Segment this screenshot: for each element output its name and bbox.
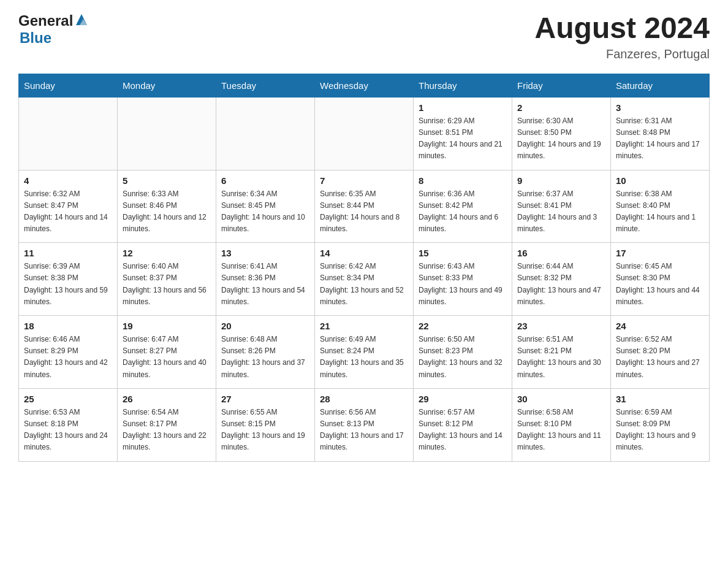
day-number: 15 (419, 248, 507, 258)
day-number: 11 (24, 248, 112, 258)
calendar-cell: 4Sunrise: 6:32 AMSunset: 8:47 PMDaylight… (19, 170, 118, 243)
day-number: 28 (320, 394, 408, 404)
day-number: 3 (616, 102, 704, 113)
calendar-cell: 16Sunrise: 6:44 AMSunset: 8:32 PMDayligh… (512, 243, 611, 316)
day-number: 27 (221, 394, 309, 404)
day-info: Sunrise: 6:59 AMSunset: 8:09 PMDaylight:… (616, 407, 704, 454)
day-info: Sunrise: 6:29 AMSunset: 8:51 PMDaylight:… (419, 115, 507, 163)
weekday-header-tuesday: Tuesday (216, 74, 315, 97)
weekday-header-monday: Monday (118, 74, 216, 97)
day-info: Sunrise: 6:43 AMSunset: 8:33 PMDaylight:… (419, 261, 507, 308)
weekday-header-thursday: Thursday (414, 74, 512, 97)
day-number: 17 (616, 248, 704, 258)
day-info: Sunrise: 6:48 AMSunset: 8:26 PMDaylight:… (221, 334, 309, 381)
day-info: Sunrise: 6:57 AMSunset: 8:12 PMDaylight:… (419, 407, 507, 454)
day-info: Sunrise: 6:38 AMSunset: 8:40 PMDaylight:… (616, 188, 704, 236)
day-info: Sunrise: 6:49 AMSunset: 8:24 PMDaylight:… (320, 334, 408, 381)
logo-blue-text: Blue (20, 29, 51, 46)
page-header: General Blue August 2024 Fanzeres, Portu… (18, 12, 710, 61)
day-info: Sunrise: 6:54 AMSunset: 8:17 PMDaylight:… (123, 407, 211, 454)
title-area: August 2024 Fanzeres, Portugal (535, 12, 710, 61)
calendar-cell: 14Sunrise: 6:42 AMSunset: 8:34 PMDayligh… (315, 243, 414, 316)
calendar-cell: 24Sunrise: 6:52 AMSunset: 8:20 PMDayligh… (611, 316, 710, 389)
day-info: Sunrise: 6:31 AMSunset: 8:48 PMDaylight:… (616, 115, 704, 163)
day-info: Sunrise: 6:47 AMSunset: 8:27 PMDaylight:… (123, 334, 211, 381)
day-info: Sunrise: 6:32 AMSunset: 8:47 PMDaylight:… (24, 188, 112, 236)
day-number: 25 (24, 394, 112, 404)
calendar-cell: 30Sunrise: 6:58 AMSunset: 8:10 PMDayligh… (512, 388, 611, 461)
day-number: 31 (616, 394, 704, 404)
day-number: 30 (517, 394, 605, 404)
week-row-4: 18Sunrise: 6:46 AMSunset: 8:29 PMDayligh… (19, 316, 710, 389)
day-number: 20 (221, 321, 309, 331)
calendar-cell (118, 97, 216, 170)
day-info: Sunrise: 6:46 AMSunset: 8:29 PMDaylight:… (24, 334, 112, 381)
day-info: Sunrise: 6:51 AMSunset: 8:21 PMDaylight:… (517, 334, 605, 381)
calendar-cell: 29Sunrise: 6:57 AMSunset: 8:12 PMDayligh… (414, 388, 512, 461)
day-number: 1 (419, 102, 507, 113)
location-title: Fanzeres, Portugal (535, 47, 710, 61)
calendar-cell: 26Sunrise: 6:54 AMSunset: 8:17 PMDayligh… (118, 388, 216, 461)
day-number: 5 (123, 175, 211, 186)
weekday-header-sunday: Sunday (19, 74, 118, 97)
day-info: Sunrise: 6:36 AMSunset: 8:42 PMDaylight:… (419, 188, 507, 236)
month-title: August 2024 (535, 12, 710, 45)
calendar-cell: 12Sunrise: 6:40 AMSunset: 8:37 PMDayligh… (118, 243, 216, 316)
day-number: 4 (24, 175, 112, 186)
day-info: Sunrise: 6:40 AMSunset: 8:37 PMDaylight:… (123, 261, 211, 308)
day-info: Sunrise: 6:58 AMSunset: 8:10 PMDaylight:… (517, 407, 605, 454)
logo: General Blue (18, 12, 88, 47)
calendar-cell: 10Sunrise: 6:38 AMSunset: 8:40 PMDayligh… (611, 170, 710, 243)
day-info: Sunrise: 6:52 AMSunset: 8:20 PMDaylight:… (616, 334, 704, 381)
day-number: 7 (320, 175, 408, 186)
day-info: Sunrise: 6:50 AMSunset: 8:23 PMDaylight:… (419, 334, 507, 381)
weekday-header-saturday: Saturday (611, 74, 710, 97)
calendar-cell: 31Sunrise: 6:59 AMSunset: 8:09 PMDayligh… (611, 388, 710, 461)
calendar-cell: 7Sunrise: 6:35 AMSunset: 8:44 PMDaylight… (315, 170, 414, 243)
day-number: 24 (616, 321, 704, 331)
weekday-header-wednesday: Wednesday (315, 74, 414, 97)
day-number: 22 (419, 321, 507, 331)
weekday-header-friday: Friday (512, 74, 611, 97)
calendar-cell: 1Sunrise: 6:29 AMSunset: 8:51 PMDaylight… (414, 97, 512, 170)
day-number: 26 (123, 394, 211, 404)
calendar-cell: 8Sunrise: 6:36 AMSunset: 8:42 PMDaylight… (414, 170, 512, 243)
calendar-table: SundayMondayTuesdayWednesdayThursdayFrid… (18, 74, 710, 462)
week-row-3: 11Sunrise: 6:39 AMSunset: 8:38 PMDayligh… (19, 243, 710, 316)
day-info: Sunrise: 6:45 AMSunset: 8:30 PMDaylight:… (616, 261, 704, 308)
week-row-1: 1Sunrise: 6:29 AMSunset: 8:51 PMDaylight… (19, 97, 710, 170)
day-info: Sunrise: 6:34 AMSunset: 8:45 PMDaylight:… (221, 188, 309, 236)
day-number: 12 (123, 248, 211, 258)
day-info: Sunrise: 6:53 AMSunset: 8:18 PMDaylight:… (24, 407, 112, 454)
week-row-2: 4Sunrise: 6:32 AMSunset: 8:47 PMDaylight… (19, 170, 710, 243)
day-number: 21 (320, 321, 408, 331)
calendar-cell: 23Sunrise: 6:51 AMSunset: 8:21 PMDayligh… (512, 316, 611, 389)
calendar-cell (216, 97, 315, 170)
logo-icon-shape (75, 13, 88, 29)
day-info: Sunrise: 6:37 AMSunset: 8:41 PMDaylight:… (517, 188, 605, 236)
calendar-cell: 28Sunrise: 6:56 AMSunset: 8:13 PMDayligh… (315, 388, 414, 461)
weekday-header-row: SundayMondayTuesdayWednesdayThursdayFrid… (19, 74, 710, 97)
week-row-5: 25Sunrise: 6:53 AMSunset: 8:18 PMDayligh… (19, 388, 710, 461)
calendar-cell: 19Sunrise: 6:47 AMSunset: 8:27 PMDayligh… (118, 316, 216, 389)
calendar-cell: 20Sunrise: 6:48 AMSunset: 8:26 PMDayligh… (216, 316, 315, 389)
day-info: Sunrise: 6:30 AMSunset: 8:50 PMDaylight:… (517, 115, 605, 163)
day-number: 13 (221, 248, 309, 258)
calendar-cell: 17Sunrise: 6:45 AMSunset: 8:30 PMDayligh… (611, 243, 710, 316)
calendar-cell: 21Sunrise: 6:49 AMSunset: 8:24 PMDayligh… (315, 316, 414, 389)
calendar-cell: 5Sunrise: 6:33 AMSunset: 8:46 PMDaylight… (118, 170, 216, 243)
day-info: Sunrise: 6:55 AMSunset: 8:15 PMDaylight:… (221, 407, 309, 454)
day-number: 2 (517, 102, 605, 113)
day-info: Sunrise: 6:41 AMSunset: 8:36 PMDaylight:… (221, 261, 309, 308)
calendar-cell: 27Sunrise: 6:55 AMSunset: 8:15 PMDayligh… (216, 388, 315, 461)
day-number: 19 (123, 321, 211, 331)
day-info: Sunrise: 6:39 AMSunset: 8:38 PMDaylight:… (24, 261, 112, 308)
day-info: Sunrise: 6:44 AMSunset: 8:32 PMDaylight:… (517, 261, 605, 308)
calendar-cell: 3Sunrise: 6:31 AMSunset: 8:48 PMDaylight… (611, 97, 710, 170)
calendar-cell: 2Sunrise: 6:30 AMSunset: 8:50 PMDaylight… (512, 97, 611, 170)
day-number: 16 (517, 248, 605, 258)
calendar-cell: 11Sunrise: 6:39 AMSunset: 8:38 PMDayligh… (19, 243, 118, 316)
day-info: Sunrise: 6:35 AMSunset: 8:44 PMDaylight:… (320, 188, 408, 236)
day-info: Sunrise: 6:33 AMSunset: 8:46 PMDaylight:… (123, 188, 211, 236)
calendar-cell: 25Sunrise: 6:53 AMSunset: 8:18 PMDayligh… (19, 388, 118, 461)
